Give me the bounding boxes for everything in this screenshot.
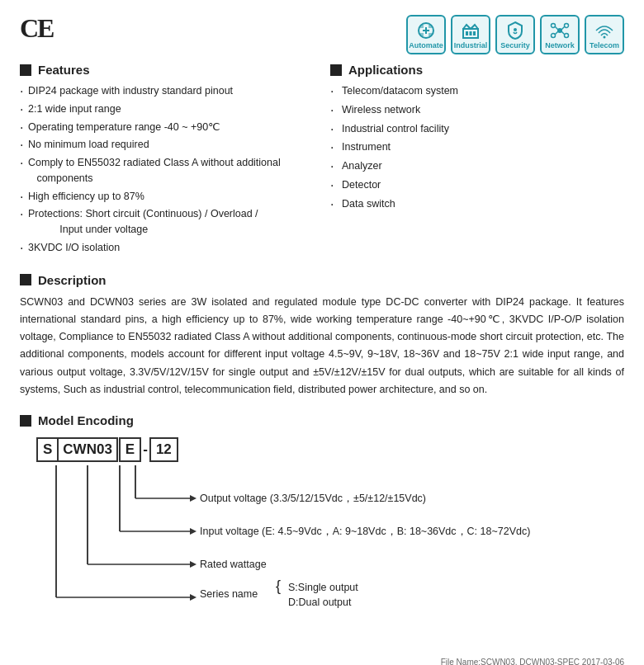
features-title: Features [20,63,314,77]
model-code-display: S CWN03 E - 12 [36,437,178,462]
list-item: Industrial control facility [330,121,624,137]
description-section: Description SCWN03 and DCWN03 series are… [20,273,624,399]
industrial-icon-box: Industrial [451,15,490,54]
icon-group: Automate Industrial Security [406,15,624,54]
model-encoding-title: Model Encoding [20,413,624,427]
footer-text: File Name:SCWN03, DCWN03-SPEC 2017-03-06 [441,658,624,665]
applications-section: Applications Telecom/datacom system Wire… [330,63,624,258]
list-item: Protections: Short circuit (Continuous) … [20,206,314,238]
features-applications-row: Features DIP24 package with industry sta… [20,63,624,258]
network-label: Network [545,42,575,50]
automate-label: Automate [409,42,443,50]
telecom-icon [594,21,614,40]
svg-point-19 [604,35,606,38]
list-item: DIP24 package with industry standard pin… [20,83,314,99]
list-item: 2:1 wide input range [20,101,314,117]
svg-rect-7 [470,31,472,35]
model-seg-s: S [38,439,59,460]
svg-marker-22 [190,495,197,502]
industrial-label: Industrial [454,42,488,50]
model-seg-12: 12 [149,437,178,462]
model-encoding-section: Model Encoding S CWN03 E - 12 Output vol… [20,413,624,649]
svg-text:{: { [276,578,281,594]
svg-line-16 [561,26,565,30]
model-seg-e: E [119,437,141,462]
automate-icon [416,21,436,40]
applications-title: Applications [330,63,624,77]
model-dash: - [141,439,149,460]
description-title-icon [20,274,31,285]
svg-line-15 [555,26,558,30]
security-icon [505,21,525,40]
list-item: Detector [330,177,624,193]
svg-rect-8 [473,31,476,35]
telecom-icon-box: Telecom [585,15,624,54]
svg-rect-1 [420,25,424,28]
industrial-icon [461,21,481,40]
features-list: DIP24 package with industry standard pin… [20,83,314,256]
description-title: Description [20,273,624,287]
svg-line-17 [555,31,558,35]
svg-rect-2 [429,25,432,28]
model-annotations-svg: Output voltage (3.3/5/12/15Vdc，±5/±12/±1… [45,465,623,647]
list-item: High efficiency up to 87% [20,189,314,205]
security-label: Security [500,42,530,50]
model-annotations-area: Output voltage (3.3/5/12/15Vdc，±5/±12/±1… [45,465,624,649]
features-title-icon [20,64,31,76]
list-item: Telecom/datacom system [330,83,624,99]
network-icon-box: Network [540,15,580,54]
network-icon [550,21,570,40]
svg-rect-6 [466,31,468,35]
svg-text:D:Dual output: D:Dual output [288,597,352,608]
svg-rect-3 [420,33,424,36]
list-item: Instrument [330,139,624,155]
applications-title-icon [330,64,342,76]
svg-text:S:Single output: S:Single output [288,582,358,593]
input-voltage-label: Input voltage (E: 4.5~9Vdc，A: 9~18Vdc，B:… [200,526,530,537]
svg-line-18 [561,31,565,35]
telecom-label: Telecom [590,42,619,50]
model-encoding-title-icon [20,415,31,427]
output-voltage-label: Output voltage (3.3/5/12/15Vdc，±5/±12/±1… [200,493,426,504]
list-item: Comply to EN55032 radiated Class A witho… [20,155,314,186]
description-text: SCWN03 and DCWN03 series are 3W isolated… [20,294,624,399]
footer: File Name:SCWN03, DCWN03-SPEC 2017-03-06 [20,658,624,665]
applications-list: Telecom/datacom system Wireless network … [330,83,624,211]
list-item: Wireless network [330,102,624,118]
list-item: 3KVDC I/O isolation [20,240,314,256]
automate-icon-box: Automate [406,15,446,54]
top-row: CE Automate Industrial [20,15,624,54]
svg-marker-28 [190,561,197,568]
ce-mark: CE [20,15,53,41]
list-item: Data switch [330,196,624,212]
model-seg-cwn03: CWN03 [59,439,116,460]
svg-point-9 [514,28,517,31]
list-item: Analyzer [330,158,624,174]
svg-marker-31 [190,594,197,601]
svg-rect-4 [429,33,432,36]
rated-wattage-label: Rated wattage [200,559,267,570]
model-diagram: S CWN03 E - 12 Output voltage (3.3/5/12/… [36,437,624,649]
security-icon-box: Security [495,15,535,54]
list-item: Operating temperature range -40 ~ +90℃ [20,120,314,135]
svg-marker-25 [190,528,197,535]
series-name-label: Series name [200,588,258,600]
list-item: No minimum load required [20,137,314,153]
features-section: Features DIP24 package with industry sta… [20,63,314,258]
